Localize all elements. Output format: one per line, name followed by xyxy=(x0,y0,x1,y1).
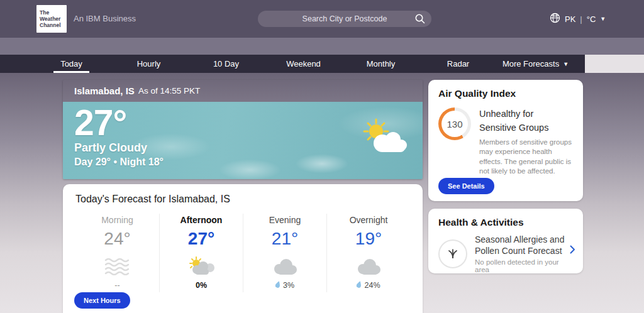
see-details-button[interactable]: See Details xyxy=(438,178,494,194)
logo-line: The xyxy=(40,9,67,16)
sun-behind-cloud-icon xyxy=(353,118,414,161)
raindrop-icon xyxy=(275,281,280,290)
as-of-timestamp: As of 14:55 PKT xyxy=(138,86,200,96)
search-icon[interactable] xyxy=(414,13,426,27)
haze-icon xyxy=(75,254,159,275)
logo-line: Channel xyxy=(40,22,67,28)
current-card-header: Islamabad, IS As of 14:55 PKT xyxy=(63,80,423,102)
air-quality-row: 130 Unhealthy for Sensitive Groups Membe… xyxy=(438,107,573,177)
forecast-period-afternoon[interactable]: Afternoon 27° xyxy=(159,214,243,292)
main-nav: Today Hourly 10 Day Weekend Monthly Rada… xyxy=(0,55,585,73)
health-activities-title: Health & Activities xyxy=(438,217,573,228)
locale-selector[interactable]: PK | °C ▼ xyxy=(550,13,606,25)
forecast-period-evening[interactable]: Evening 21° 3% xyxy=(243,214,326,292)
ibm-tagline: An IBM Business xyxy=(74,14,136,23)
tab-10day[interactable]: 10 Day xyxy=(187,55,265,73)
page: The Weather Channel An IBM Business PK |… xyxy=(0,0,644,313)
precip-chance: 24% xyxy=(327,281,410,290)
pollen-forecast-item[interactable]: Seasonal Allergies and Pollen Count Fore… xyxy=(438,234,573,273)
air-quality-title: Air Quality Index xyxy=(438,88,573,99)
forecast-title: Today's Forecast for Islamabad, IS xyxy=(75,194,410,205)
precip-chance: -- xyxy=(75,281,159,290)
cloudy-icon xyxy=(243,254,326,275)
weather-channel-logo[interactable]: The Weather Channel xyxy=(36,5,67,33)
forecast-periods: Morning 24° -- Afternoon 27° xyxy=(75,214,410,292)
chevron-right-icon xyxy=(570,245,575,256)
location-label: Islamabad, IS xyxy=(74,85,135,96)
ad-band xyxy=(0,38,644,55)
tab-weekend[interactable]: Weekend xyxy=(265,55,342,73)
aqi-value: 130 xyxy=(441,111,468,137)
chevron-down-icon: ▼ xyxy=(563,61,569,67)
next-hours-button[interactable]: Next Hours xyxy=(74,292,130,309)
pollen-icon-circle xyxy=(438,239,467,268)
tab-monthly[interactable]: Monthly xyxy=(342,55,419,73)
precip-chance: 3% xyxy=(243,281,326,290)
pollen-item-subtitle: No pollen detected in your area xyxy=(475,258,569,273)
search-input[interactable] xyxy=(258,11,431,27)
tab-hourly[interactable]: Hourly xyxy=(110,55,187,73)
forecast-period-overnight[interactable]: Overnight 19° 24% xyxy=(326,214,410,292)
globe-icon xyxy=(550,13,560,25)
todays-forecast-card: Today's Forecast for Islamabad, IS Morni… xyxy=(63,184,423,313)
cloudy-icon xyxy=(327,254,410,275)
country-code: PK xyxy=(565,14,575,24)
app-header: The Weather Channel An IBM Business PK |… xyxy=(0,0,644,38)
search-bar xyxy=(258,11,431,27)
unit-label: °C xyxy=(587,14,596,24)
tab-today[interactable]: Today xyxy=(33,55,110,73)
raindrop-icon xyxy=(357,281,362,290)
chevron-down-icon: ▼ xyxy=(600,16,606,22)
tab-radar[interactable]: Radar xyxy=(419,55,497,73)
air-quality-card: Air Quality Index 130 Unhealthy for Sens… xyxy=(428,80,583,201)
aqi-level-label: Unhealthy for Sensitive Groups xyxy=(479,107,573,135)
partly-cloudy-icon xyxy=(160,254,243,275)
current-card-body: 27° Partly Cloudy Day 29° • Night 18° xyxy=(63,102,423,179)
divider: | xyxy=(580,14,582,24)
grass-pollen-icon xyxy=(447,246,459,261)
aqi-gauge: 130 xyxy=(438,107,471,140)
health-activities-card: Health & Activities Seasonal Allergies a… xyxy=(428,209,583,273)
tab-more-forecasts[interactable]: More Forecasts ▼ xyxy=(497,55,574,73)
forecast-period-morning[interactable]: Morning 24° -- xyxy=(75,214,159,292)
logo-line: Weather xyxy=(40,16,67,22)
pollen-item-title: Seasonal Allergies and Pollen Count Fore… xyxy=(475,234,569,256)
precip-chance: 0% xyxy=(160,281,243,290)
aqi-description: Members of sensitive groups may experien… xyxy=(479,138,573,177)
current-conditions-card[interactable]: Islamabad, IS As of 14:55 PKT 27° Partly… xyxy=(63,80,423,179)
